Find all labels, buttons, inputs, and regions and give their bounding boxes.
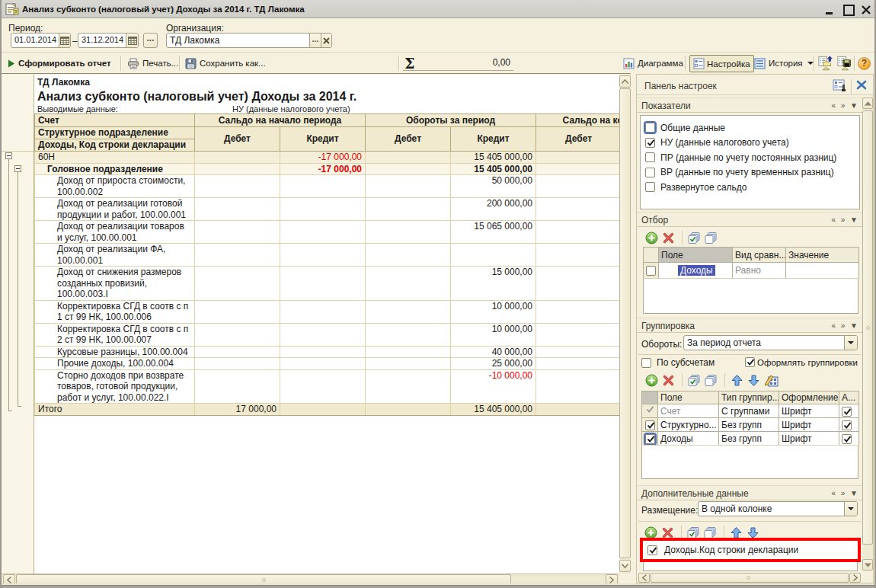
report-row[interactable]: Сторно доходов при возврате товаров, гот… [35, 369, 620, 404]
section-buttons[interactable]: « » ▼ [831, 101, 859, 110]
filter-row[interactable]: Доходы Равно [644, 263, 859, 279]
down-button[interactable] [747, 526, 763, 539]
grouping-col-attr[interactable]: А... [839, 391, 859, 404]
grouping-row[interactable]: Доходы Без групп Шрифт [642, 432, 859, 446]
down-button[interactable] [747, 374, 764, 387]
report-row[interactable]: 60Н -17 000,0015 405 000,00 [35, 152, 620, 164]
grouping-row[interactable]: Структурно... Без групп Шрифт [642, 418, 859, 432]
report-row[interactable]: Доход от реализации ФА, 100.00.001 [35, 244, 620, 267]
close-button[interactable] [861, 4, 871, 14]
report-table[interactable]: Счет Сальдо на начало периода Обороты за… [34, 113, 619, 416]
report-row[interactable]: Корректировка СГД в соотв с п 1 ст 99 НК… [35, 300, 620, 323]
print-button[interactable]: Печать... [127, 53, 178, 74]
checkall-button[interactable] [687, 526, 704, 539]
panel-vscrollbar[interactable] [862, 97, 873, 571]
format-groups-checkbox[interactable]: Оформлять группировки [745, 357, 858, 367]
settings-toggle-button[interactable]: Настройка [689, 55, 754, 72]
organization-field[interactable]: ТД Лакомка ... [166, 33, 332, 48]
filter-col-field[interactable]: Поле [659, 248, 733, 263]
history-button[interactable]: История [754, 53, 814, 74]
period-from-field[interactable]: 01.01.2014 [11, 33, 71, 48]
period-to-calendar-button[interactable] [126, 34, 138, 47]
design-button[interactable] [764, 374, 783, 387]
hscroll-thumb[interactable] [651, 573, 849, 583]
uncheckall-button[interactable] [705, 232, 721, 244]
by-subaccounts-checkbox[interactable]: По субсчетам [641, 357, 715, 368]
uncheckall-button[interactable] [704, 526, 721, 539]
section-header-filter[interactable]: Отбор « » ▼ [637, 212, 862, 227]
report-row[interactable]: Итого 17 000,0015 405 000,00 [35, 404, 620, 416]
report-row[interactable]: Прочие доходы, 100.00.004 25 000,00 [35, 358, 620, 370]
scroll-up-button[interactable] [862, 97, 873, 109]
placement-combobox[interactable]: В одной колонке [698, 501, 858, 516]
period-more-button[interactable]: ... [143, 33, 158, 48]
indicator-checkbox-2[interactable]: ПР (данные по учету постоянных разниц) [645, 150, 864, 165]
scroll-left-button[interactable] [638, 573, 650, 583]
help-button[interactable]: ? [858, 53, 871, 74]
report-row[interactable]: Доход от реализации готовой продукции и … [35, 198, 620, 221]
filter-col-comparison[interactable]: Вид сравн... [733, 248, 786, 263]
vscroll-thumb[interactable] [862, 110, 873, 545]
combo-dropdown-button[interactable] [844, 336, 857, 350]
diagram-button[interactable]: Диаграмма [623, 53, 683, 74]
period-from-calendar-button[interactable] [59, 34, 70, 47]
del-button[interactable] [661, 526, 678, 539]
minimize-button[interactable] [824, 4, 835, 14]
scroll-down-button[interactable] [619, 560, 631, 572]
group-collapse-box-level1[interactable] [5, 152, 12, 159]
panel-hscrollbar[interactable] [638, 573, 861, 583]
load-settings-button[interactable] [818, 53, 834, 74]
up-button[interactable] [731, 374, 747, 387]
scroll-right-button[interactable] [849, 573, 861, 583]
checkall-button[interactable] [688, 232, 705, 244]
section-header-grouping[interactable]: Группировка « » ▼ [637, 318, 862, 333]
organization-clear-button[interactable] [321, 34, 331, 47]
filter-table[interactable]: Поле Вид сравн... Значение Доходы Равно [643, 247, 859, 279]
panel-close-icon[interactable] [856, 80, 867, 90]
save-as-button[interactable]: Сохранить как... [185, 53, 266, 74]
uncheckall-button[interactable] [705, 374, 721, 387]
save-settings-button[interactable] [837, 53, 853, 74]
period-to-field[interactable]: 31.12.2014 [78, 33, 139, 48]
generate-report-button[interactable]: Сформировать отчет [8, 53, 111, 74]
add-button[interactable] [645, 374, 662, 387]
grouping-table[interactable]: Поле Тип группир... Оформление А... Счет… [641, 391, 859, 446]
combo-dropdown-button[interactable] [844, 502, 857, 516]
report-row[interactable]: Корректировка СГД в соотв с п 2 ст 99 НК… [35, 323, 620, 346]
checkall-button[interactable] [688, 374, 705, 387]
group-collapse-box-level2[interactable] [14, 165, 21, 172]
grouping-col-field[interactable]: Поле [658, 391, 719, 404]
section-header-indicators[interactable]: Показатели « » ▼ [637, 97, 862, 113]
report-row[interactable]: Доход от снижения размеров созданных про… [35, 267, 620, 301]
indicator-checkbox-4[interactable]: Развернутое сальдо [645, 180, 864, 195]
add-button[interactable] [645, 232, 662, 244]
additional-row-checkbox[interactable] [647, 545, 657, 555]
report-row[interactable]: Доход от прироста стоимости, 100.00.002 … [35, 175, 620, 198]
section-header-additional[interactable]: Дополнительные данные « » ▼ [637, 485, 862, 500]
add-button[interactable] [644, 526, 661, 539]
report-vscrollbar[interactable] [619, 75, 631, 574]
section-buttons[interactable]: « » ▼ [831, 321, 859, 330]
del-button[interactable] [662, 232, 679, 244]
report-sheet[interactable]: ТД Лакомка Анализ субконто (налоговый уч… [34, 75, 619, 574]
indicator-checkbox-1[interactable]: НУ (данные налогового учета) [645, 136, 864, 151]
panel-settings-icon[interactable] [833, 78, 847, 92]
scroll-down-button[interactable] [862, 559, 873, 570]
report-row[interactable]: Головное подразделение -17 000,0015 405 … [35, 163, 620, 175]
filter-col-value[interactable]: Значение [786, 248, 859, 263]
section-buttons[interactable]: « » ▼ [831, 216, 859, 224]
grouping-col-format[interactable]: Оформление [779, 391, 839, 404]
scroll-up-button[interactable] [619, 75, 631, 88]
report-row[interactable]: Доход от реализации товаров и услуг, 100… [35, 221, 620, 244]
indicator-checkbox-3[interactable]: ВР (данные по учету временных разниц) [645, 165, 864, 181]
report-hscrollbar[interactable] [2, 574, 619, 584]
section-buttons[interactable]: « » ▼ [831, 489, 859, 497]
del-button[interactable] [662, 374, 679, 387]
turnover-combobox[interactable]: За период отчета [683, 335, 858, 350]
up-button[interactable] [730, 526, 747, 539]
indicator-checkbox-0[interactable]: Общие данные [645, 120, 864, 136]
report-row[interactable]: Курсовые разницы, 100.00.004 40 000,00 [35, 346, 620, 358]
grouping-col-type[interactable]: Тип группир... [719, 391, 779, 404]
vscroll-thumb[interactable] [619, 88, 631, 558]
maximize-button[interactable] [842, 4, 853, 14]
